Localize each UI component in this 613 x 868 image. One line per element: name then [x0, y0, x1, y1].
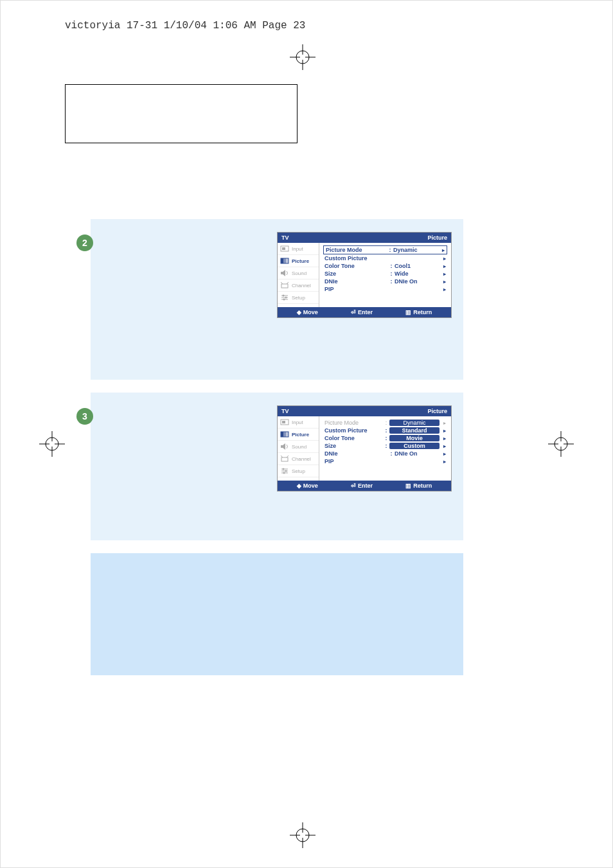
svg-marker-42 [281, 443, 285, 450]
menu-label: PIP [324, 458, 388, 465]
menu-label: DNIe [324, 450, 388, 457]
chevron-right-icon [440, 286, 446, 292]
menu-row-pip[interactable]: PIP [323, 457, 447, 465]
setup-icon [280, 294, 289, 301]
picture-icon [280, 258, 289, 264]
step-3-section: 3 Press the ▲▼ buttons to select the des… [91, 393, 463, 540]
sidebar-item-label: Sound [292, 270, 306, 276]
menu-row-dnie[interactable]: DNIe:DNIe On [323, 450, 447, 457]
osd-title-left: TV [281, 408, 289, 414]
sidebar-item-label: Input [292, 246, 303, 252]
input-icon [280, 419, 289, 425]
enter-icon: ⏎ [351, 483, 356, 489]
chevron-right-icon [440, 420, 446, 426]
picture-icon [280, 431, 289, 438]
chevron-right-icon [440, 427, 446, 434]
svg-rect-41 [286, 432, 289, 437]
menu-label: PIP [324, 286, 388, 292]
osd-title-left: TV [281, 235, 289, 241]
sidebar-item-sound[interactable]: Sound [278, 441, 319, 453]
sidebar-item-setup[interactable]: Setup [278, 292, 319, 304]
menu-label: Custom Picture [324, 255, 388, 261]
enter-icon: ⏎ [351, 309, 356, 315]
chevron-right-icon [440, 255, 446, 261]
svg-rect-43 [281, 457, 288, 461]
sidebar-item-label: Setup [292, 295, 305, 301]
menu-row-custom-picture[interactable]: Custom Picture [323, 254, 447, 262]
sidebar-item-input[interactable]: Input [278, 243, 319, 255]
sidebar-item-sound[interactable]: Sound [278, 267, 319, 279]
osd-sidebar: InputPictureSoundChannelSetup [278, 243, 319, 307]
menu-label: Picture Mode [324, 420, 383, 426]
foot-return: ▥Return [405, 483, 432, 489]
menu-label: Custom Picture [324, 427, 383, 434]
step-number-3: 3 [76, 408, 93, 425]
enter-icon: ⏎ [196, 425, 201, 432]
notes-section: • Choose Dynamic for viewing the TV duri… [91, 553, 463, 675]
svg-point-35 [283, 299, 285, 301]
menu-label: Picture Mode [326, 247, 387, 253]
enter-icon: ⏎ [168, 242, 173, 249]
menu-label: Size [324, 443, 383, 449]
svg-marker-26 [281, 270, 285, 276]
channel-icon [280, 282, 289, 288]
sidebar-item-label: Sound [292, 444, 306, 450]
file-header: victoryia 17-31 1/10/04 1:06 AM Page 23 [65, 20, 305, 31]
sidebar-item-label: Input [292, 420, 303, 425]
foot-enter: ⏎Enter [351, 309, 373, 315]
sidebar-item-label: Channel [292, 456, 311, 462]
chevron-right-icon [440, 443, 446, 449]
chevron-right-icon [438, 247, 445, 253]
step-2-text: Press the ▲▼ buttons to select "Picture … [102, 231, 244, 250]
sidebar-item-channel[interactable]: Channel [278, 279, 319, 292]
foot-enter: ⏎Enter [351, 483, 373, 489]
svg-point-33 [285, 297, 287, 299]
menu-label: DNIe [324, 278, 388, 285]
svg-rect-25 [286, 258, 289, 263]
setup-icon [280, 468, 289, 474]
sidebar-item-picture[interactable]: Picture [278, 429, 319, 441]
sidebar-item-setup[interactable]: Setup [278, 465, 319, 477]
osd-sidebar: InputPictureSoundChannelSetup [278, 416, 319, 481]
menu-row-size[interactable]: Size:Custom [323, 442, 447, 450]
menu-row-pip[interactable]: PIP [323, 285, 447, 293]
menu-row-dnie[interactable]: DNIe:DNIe On [323, 278, 447, 285]
svg-rect-39 [281, 432, 283, 437]
menu-value: Standard [389, 427, 440, 434]
menu-row-picture-mode[interactable]: Picture Mode:Dynamic [323, 245, 447, 254]
menu-label: Color Tone [324, 263, 388, 269]
step-number-2: 2 [76, 235, 93, 251]
svg-point-51 [283, 472, 285, 474]
chevron-right-icon [440, 278, 446, 285]
sidebar-item-label: Setup [292, 468, 305, 474]
sidebar-item-label: Picture [292, 258, 309, 264]
osd-panel-2: TV Picture InputPictureSoundChannelSetup… [277, 405, 452, 492]
menu-row-picture-mode[interactable]: Picture Mode:Dynamic [323, 419, 447, 427]
menu-row-custom-picture[interactable]: Custom Picture:Standard [323, 427, 447, 434]
osd-panel-1: TV Picture InputPictureSoundChannelSetup… [277, 232, 452, 318]
sidebar-item-input[interactable]: Input [278, 416, 319, 429]
menu-row-color-tone[interactable]: Color Tone:Cool1 [323, 262, 447, 270]
note-item: • Choose Movie when viewing the movie. [102, 585, 452, 596]
foot-move: ◆Move [297, 483, 318, 489]
menu-value: Movie [389, 435, 440, 441]
menu-label: Color Tone [324, 435, 383, 441]
sidebar-item-picture[interactable]: Picture [278, 255, 319, 267]
osd-main: Picture Mode:DynamicCustom PictureColor … [319, 243, 451, 307]
notes-list: • Choose Dynamic for viewing the TV duri… [102, 565, 452, 616]
title-box [65, 84, 298, 143]
svg-rect-23 [281, 258, 283, 263]
osd-title-right: Picture [427, 235, 447, 241]
menu-row-size[interactable]: Size:Wide [323, 270, 447, 278]
menu-label: Size [324, 270, 388, 277]
svg-point-49 [285, 470, 287, 472]
foot-return: ▥Return [405, 309, 432, 315]
menu-value: Dynamic [389, 420, 440, 426]
note-item: • Choose Standard for the standard facto… [102, 575, 452, 585]
menu-value: Dynamic [393, 247, 438, 253]
crop-mark-top [290, 44, 315, 70]
menu-row-color-tone[interactable]: Color Tone:Movie [323, 434, 447, 442]
sidebar-item-label: Picture [292, 432, 309, 438]
sidebar-item-channel[interactable]: Channel [278, 453, 319, 465]
step-2-section: 2 Press the ▲▼ buttons to select "Pictur… [91, 219, 463, 380]
